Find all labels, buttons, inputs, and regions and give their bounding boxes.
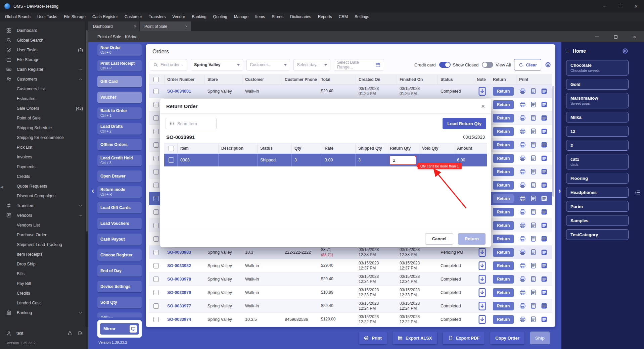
- return-button[interactable]: Return: [493, 248, 514, 257]
- load-return-qty-button[interactable]: Load Return Qty: [443, 118, 486, 129]
- sidebar-item-customers-list[interactable]: Customers List: [0, 84, 88, 94]
- sidebar-item-bills[interactable]: Bills: [0, 269, 88, 279]
- order-row-so-0033977[interactable]: SO-0033977Spring ValleyWalk-in$29.4003/1…: [149, 299, 552, 313]
- print-summary-icon[interactable]: [541, 302, 548, 309]
- print-summary-icon[interactable]: [541, 249, 548, 256]
- clear-button[interactable]: Clear: [514, 59, 541, 70]
- print-receipt-icon[interactable]: [519, 168, 526, 175]
- order-note-icon[interactable]: [477, 247, 488, 258]
- row-checkbox[interactable]: [169, 157, 174, 163]
- sidebar-item-landed-cost[interactable]: Landed Cost: [0, 298, 88, 308]
- sidebar-item-pay-bill[interactable]: Pay Bill: [0, 279, 88, 288]
- print-document-icon[interactable]: [530, 276, 537, 283]
- print-summary-icon[interactable]: [541, 208, 548, 215]
- row-checkbox[interactable]: [153, 183, 159, 188]
- return-button[interactable]: Return: [493, 288, 514, 297]
- sidebar-item-credits[interactable]: Credits: [0, 171, 88, 181]
- menu-item-transfers[interactable]: Transfers: [145, 12, 169, 21]
- orders-scrollbar[interactable]: [552, 86, 554, 197]
- print-document-icon[interactable]: [530, 141, 537, 148]
- row-checkbox[interactable]: [153, 263, 159, 268]
- category-cat1[interactable]: cat1dads: [566, 154, 629, 169]
- print-summary-icon[interactable]: [541, 114, 548, 121]
- print-document-icon[interactable]: [530, 101, 537, 108]
- close-icon[interactable]: ×: [185, 24, 188, 29]
- print-receipt-icon[interactable]: [519, 88, 526, 95]
- print-receipt-icon[interactable]: [519, 222, 526, 229]
- tab-dashboard[interactable]: Dashboard×: [88, 21, 140, 31]
- return-button[interactable]: Return: [493, 114, 514, 122]
- print-summary-icon[interactable]: [541, 289, 548, 296]
- print-receipt-icon[interactable]: [519, 289, 526, 296]
- offline-button[interactable]: Offline: [97, 312, 142, 317]
- view-all-toggle[interactable]: [482, 62, 493, 68]
- print-summary-icon[interactable]: [541, 88, 548, 95]
- order-number-link[interactable]: SO-0033982: [167, 263, 191, 268]
- print-receipt-icon[interactable]: [519, 262, 526, 269]
- sidebar-item-customers[interactable]: Customers: [0, 74, 88, 84]
- restore-button[interactable]: [612, 0, 628, 12]
- offline-orders-button[interactable]: Offline Orders: [97, 139, 142, 150]
- collapse-left-icon[interactable]: ‹: [92, 187, 94, 195]
- sold-qty-button[interactable]: Sold Qty: [97, 297, 142, 308]
- return-button[interactable]: Return: [493, 221, 514, 230]
- order-number-link[interactable]: SO-0033978: [167, 277, 191, 282]
- return-button[interactable]: Return: [493, 194, 514, 203]
- ship-button[interactable]: Ship: [530, 332, 550, 344]
- print-receipt-icon[interactable]: [519, 316, 526, 323]
- print-summary-icon[interactable]: [541, 195, 548, 202]
- print-document-icon[interactable]: [530, 249, 537, 256]
- row-checkbox[interactable]: [153, 317, 159, 322]
- order-number-link[interactable]: SO-0034001: [167, 89, 191, 94]
- print-summary-icon[interactable]: [541, 182, 548, 189]
- row-checkbox[interactable]: [153, 142, 159, 148]
- sidebar-scrollbar[interactable]: [85, 21, 88, 327]
- row-checkbox[interactable]: [153, 303, 159, 309]
- row-checkbox[interactable]: [153, 290, 159, 295]
- return-button[interactable]: Return: [493, 167, 514, 176]
- row-checkbox[interactable]: [153, 169, 159, 174]
- order-note-icon[interactable]: [477, 274, 488, 285]
- day-select[interactable]: Select day...: [293, 59, 330, 70]
- sidebar-item-payments[interactable]: Payments: [0, 162, 88, 171]
- print-receipt-icon[interactable]: [519, 208, 526, 215]
- print-summary-icon[interactable]: [541, 316, 548, 323]
- date-range-input[interactable]: Select Date Range...: [334, 59, 384, 70]
- return-button[interactable]: Return: [493, 261, 514, 270]
- load-credit-hold-button[interactable]: Load Credit HoldCtrl + 3: [97, 155, 142, 166]
- customer-select[interactable]: Customer...: [246, 59, 290, 70]
- order-note-icon[interactable]: [477, 314, 488, 325]
- print-receipt-icon[interactable]: [519, 302, 526, 309]
- select-all-checkbox[interactable]: [169, 146, 174, 151]
- export-xlsx-button[interactable]: Export XLSX: [393, 332, 437, 344]
- print-document-icon[interactable]: [530, 316, 537, 323]
- menu-item-customer[interactable]: Customer: [121, 12, 145, 21]
- row-checkbox[interactable]: [153, 250, 159, 255]
- print-summary-icon[interactable]: [541, 276, 548, 283]
- row-checkbox[interactable]: [153, 277, 159, 282]
- print-document-icon[interactable]: [530, 222, 537, 229]
- sidebar-item-purchase-orders[interactable]: Purchase Orders: [0, 230, 88, 240]
- find-order-input[interactable]: [150, 59, 187, 70]
- row-checkbox[interactable]: [153, 115, 159, 121]
- collapse-right-icon[interactable]: ›: [558, 187, 561, 195]
- load-drafts-button[interactable]: Load DraftsCtrl + 2: [97, 123, 142, 135]
- return-button[interactable]: Return: [493, 141, 514, 149]
- find-order-field[interactable]: [160, 62, 184, 67]
- return-button[interactable]: Return: [493, 87, 514, 96]
- cancel-button[interactable]: Cancel: [425, 233, 453, 245]
- sidebar-item-vendors[interactable]: Vendors: [0, 210, 88, 220]
- print-receipt-icon[interactable]: [519, 195, 526, 202]
- print-last-receipt-button[interactable]: Print Last ReceiptCtrl + P: [97, 60, 142, 71]
- menu-item-settings[interactable]: Settings: [351, 12, 372, 21]
- return-button[interactable]: Return: [493, 208, 514, 216]
- close-button[interactable]: ×: [628, 0, 644, 12]
- print-document-icon[interactable]: [530, 302, 537, 309]
- print-document-icon[interactable]: [530, 114, 537, 121]
- sidebar-item-item-receipts[interactable]: Item Receipts: [0, 249, 88, 259]
- tab-point-of-sale[interactable]: Point of Sale×: [140, 21, 191, 31]
- row-checkbox[interactable]: [153, 196, 159, 201]
- sidebar-item-user-tasks[interactable]: User Tasks(2): [0, 45, 88, 55]
- print-receipt-icon[interactable]: [519, 128, 526, 135]
- print-summary-icon[interactable]: [541, 168, 548, 175]
